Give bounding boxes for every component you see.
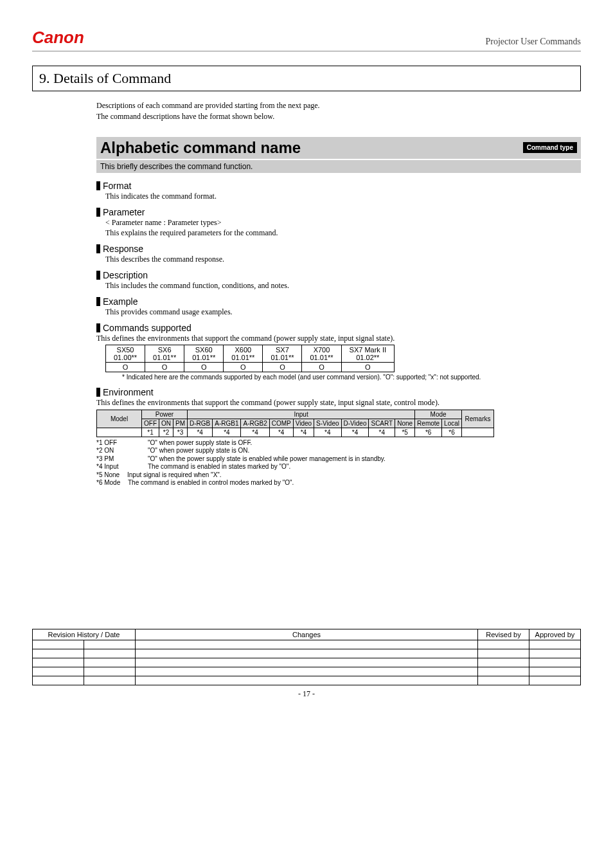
table-row [33,676,581,685]
command-type-badge: Command type [523,142,577,153]
sub-none: None [395,419,415,428]
table-row: Model Power Input Mode Remarks [97,410,494,419]
fn-val: The command is enabled in control modes … [128,479,294,487]
environment-footnotes: *1 OFF"O" when power supply state is OFF… [96,439,581,487]
supported-heading: Commands supported [103,323,191,333]
rev-h4: Approved by [529,629,581,640]
model-ver: 01.02** [356,354,379,361]
bullet-bar-icon [96,297,100,306]
sub-pm: PM [173,419,188,428]
command-name: Alphabetic command name [100,139,301,157]
format-body: This indicates the command format. [105,191,581,202]
example-section: Example This provides command usage exam… [96,296,581,318]
environment-heading: Environment [103,387,154,397]
sub-svideo: S-Video [314,419,341,428]
hdr-model: Model [97,410,142,428]
model-ver: 01.01** [192,354,215,361]
description-section: Description This includes the command fu… [96,270,581,291]
table-row [33,667,581,676]
table-row: *1 *2 *3 *4 *4 *4 *4 *4 *4 *4 *4 *5 *6 *… [97,428,494,437]
val-pm: *3 [173,428,188,437]
intro-line: The command descriptions have the format… [96,111,581,122]
bullet-bar-icon [96,323,100,332]
page-number: - 17 - [32,689,581,699]
fn-key: *2 ON [96,447,148,455]
model-ver: 01.00** [114,354,137,361]
val-comp: *4 [269,428,293,437]
sub-scart: SCART [369,419,395,428]
svg-text:Canon: Canon [32,29,84,47]
bullet-bar-icon [96,208,100,217]
parameter-line: < Parameter name : Parameter types> [105,217,581,228]
table-row [33,649,581,658]
model-name: X700 [314,346,330,354]
description-heading: Description [103,270,148,280]
table-row: SX5001.00** SX601.01** SX6001.01** X6000… [106,345,395,363]
rev-h1: Revision History / Date [33,629,136,640]
rev-h3: Revised by [478,629,529,640]
val-svideo: *4 [314,428,341,437]
val-argb2: *4 [241,428,269,437]
fn-val: "O" when power supply state is ON. [148,447,249,455]
rev-h2: Changes [136,629,478,640]
fn-val: The command is enabled in states marked … [148,463,290,471]
environment-table: Model Power Input Mode Remarks OFF ON PM… [96,410,494,437]
bullet-bar-icon [96,181,100,190]
table-row: O O O O O O O [106,363,395,372]
fn-key: *5 None [96,471,127,480]
fn-val: Input signal is required when "X". [127,471,222,480]
val-scart: *4 [369,428,395,437]
response-heading: Response [103,244,143,254]
bullet-bar-icon [96,388,100,397]
sub-drgb: D-RGB [188,419,213,428]
table-row: OFF ON PM D-RGB A-RGB1 A-RGB2 COMP Video… [97,419,494,428]
sub-on: ON [159,419,173,428]
command-brief: This briefly describes the command funct… [96,160,581,173]
val-on: *2 [159,428,173,437]
model-ver: 01.01** [310,354,333,361]
command-name-row: Alphabetic command name Command type [96,137,581,159]
bullet-bar-icon [96,244,100,253]
sub-off: OFF [142,419,159,428]
table-row: Revision History / Date Changes Revised … [33,629,581,640]
model-name: SX6 [158,346,172,354]
format-heading: Format [103,181,131,191]
sub-argb1: A-RGB1 [213,419,241,428]
val-local: *6 [442,428,462,437]
fn-key: *6 Mode [96,479,128,487]
revision-area: Revision History / Date Changes Revised … [32,629,581,699]
environment-section: Environment This defines the environment… [96,387,581,487]
supported-table: SX5001.00** SX601.01** SX6001.01** X6000… [105,345,395,372]
model-val: O [106,363,145,372]
section-title-box: 9. Details of Command [32,66,581,91]
model-val: O [302,363,341,372]
sub-dvideo: D-Video [341,419,369,428]
environment-body: This defines the environments that suppo… [96,397,581,408]
response-body: This describes the command response. [105,254,581,265]
table-row [33,658,581,667]
table-row [33,640,581,649]
example-body: This provides command usage examples. [105,307,581,318]
command-description-block: Alphabetic command name Command type Thi… [96,137,581,487]
val-dvideo: *4 [341,428,369,437]
sub-video: Video [293,419,314,428]
model-ver: 01.01** [231,354,254,361]
model-val: O [263,363,302,372]
example-heading: Example [103,296,138,307]
model-name: SX7 Mark II [350,346,386,354]
hdr-mode: Mode [415,410,462,419]
hdr-remarks: Remarks [462,410,494,428]
val-argb1: *4 [213,428,241,437]
parameter-line: This explains the required parameters fo… [105,228,581,239]
sub-argb2: A-RGB2 [241,419,269,428]
canon-logo: Canon [32,29,122,47]
model-val: O [224,363,263,372]
parameter-heading: Parameter [103,207,145,217]
model-val: O [145,363,184,372]
intro-line: Descriptions of each command are provide… [96,100,581,111]
fn-val: "O" when power supply state is OFF. [148,439,252,448]
supported-section: Commands supported This defines the envi… [96,323,581,382]
val-off: *1 [142,428,159,437]
page-header: Canon Projector User Commands [32,29,581,51]
hdr-input: Input [188,410,415,419]
